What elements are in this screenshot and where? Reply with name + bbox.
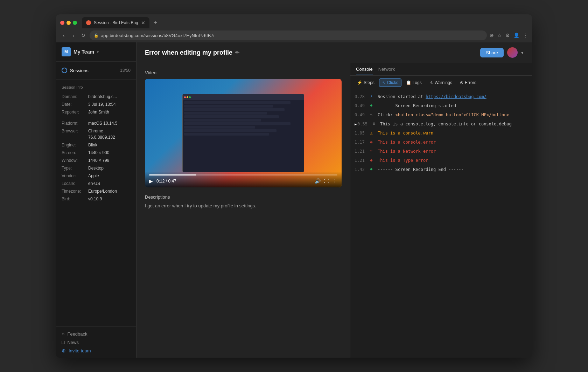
tab-favicon bbox=[86, 20, 91, 25]
header-actions: Share ▾ bbox=[480, 47, 524, 58]
inner-screen-rows bbox=[183, 100, 304, 172]
video-player[interactable]: ▶ 0:12 / 0:47 🔊 ⛶ ⋮ bbox=[145, 79, 342, 187]
log-entry: 1.21 ⊗ This is a Type error bbox=[350, 156, 532, 165]
sidebar: M My Team ▾ Sessions 13/50 Session Info … bbox=[56, 42, 136, 358]
user-avatar[interactable] bbox=[507, 47, 518, 58]
page-title-text: Error when editing my profile bbox=[145, 49, 232, 56]
info-row-screen: Screen: 1440 × 900 bbox=[62, 150, 131, 156]
log-time: ▶0.55 bbox=[355, 121, 368, 127]
sidebar-header[interactable]: M My Team ▾ bbox=[56, 42, 136, 62]
inner-browser-bar bbox=[183, 94, 304, 100]
edit-title-icon[interactable]: ✏ bbox=[235, 50, 239, 55]
console-tabs: Console Network bbox=[350, 63, 532, 76]
info-value-bird: v0.10.9 bbox=[88, 196, 102, 202]
profile-icon[interactable]: 👤 bbox=[513, 33, 519, 38]
log-entry: 1.17 ⊗ This is a console.error bbox=[350, 138, 532, 147]
log-entry: 1.05 ⚠ This is a console.warn bbox=[350, 129, 532, 138]
network-error-icon: ↔ bbox=[369, 148, 374, 154]
log-entries: 0.28 ⚡ Session started at https://birdea… bbox=[350, 90, 532, 358]
filter-errors[interactable]: ⊗ Errors bbox=[457, 78, 479, 87]
tab-network[interactable]: Network bbox=[378, 67, 395, 75]
sidebar-nav: Sessions 13/50 bbox=[56, 62, 136, 79]
feedback-item[interactable]: ○ Feedback bbox=[62, 331, 131, 337]
browser-tab[interactable]: Session - Bird Eats Bug ✕ bbox=[82, 17, 149, 28]
total-time: 0:47 bbox=[168, 179, 176, 184]
fullscreen-button[interactable]: ⛶ bbox=[324, 178, 329, 184]
close-window-button[interactable] bbox=[60, 21, 64, 25]
maximize-window-button[interactable] bbox=[73, 21, 77, 25]
log-entry: 0.49 ● ------ Screen Recording started -… bbox=[350, 101, 532, 110]
info-row-platform: Platform: macOS 10.14.5 bbox=[62, 120, 131, 126]
extensions-icon[interactable]: ⚙ bbox=[505, 33, 510, 38]
log-time: 0.28 bbox=[355, 94, 365, 100]
log-entry-current: ▶0.55 ⊡ This is a console.log, console.i… bbox=[350, 119, 532, 129]
log-entry: 1.42 ● ------ Screen Recording End -----… bbox=[350, 165, 532, 174]
log-time: 1.21 bbox=[355, 157, 365, 164]
log-text: This is a console.log, console.info or c… bbox=[380, 121, 528, 127]
app-layout: M My Team ▾ Sessions 13/50 Session Info … bbox=[56, 42, 532, 358]
filter-warnings[interactable]: ⚠ Warnings bbox=[426, 78, 455, 87]
log-time: 0.49 bbox=[355, 103, 365, 109]
steps-label: Steps bbox=[364, 80, 374, 85]
info-row-bird: Bird: v0.10.9 bbox=[62, 196, 131, 202]
news-item[interactable]: □ News bbox=[62, 339, 131, 345]
info-row-browser: Browser: Chrome 76.0.3809.132 bbox=[62, 128, 131, 140]
progress-bar[interactable] bbox=[149, 174, 337, 175]
errors-icon: ⊗ bbox=[460, 80, 463, 85]
info-label-platform: Platform: bbox=[62, 120, 86, 126]
info-value-timezone: Europe/London bbox=[88, 188, 117, 194]
main-header: Error when editing my profile ✏ Share ▾ bbox=[136, 42, 532, 63]
news-label: News bbox=[67, 340, 79, 345]
minimize-window-button[interactable] bbox=[66, 21, 71, 25]
browser-actions: ⊕ ☆ ⚙ 👤 ⋮ bbox=[490, 33, 528, 38]
filter-clicks[interactable]: ↖ Clicks bbox=[379, 78, 401, 87]
main-content: Error when editing my profile ✏ Share ▾ … bbox=[136, 42, 532, 358]
filter-steps[interactable]: ⚡ Steps bbox=[354, 78, 378, 87]
info-row-reporter: Reporter: John Smith bbox=[62, 109, 131, 115]
bookmark-icon[interactable]: ☆ bbox=[497, 33, 502, 38]
forward-button[interactable]: › bbox=[70, 33, 77, 38]
recording-start-icon: ● bbox=[369, 103, 374, 108]
log-time: 1.05 bbox=[355, 130, 365, 136]
tab-close-button[interactable]: ✕ bbox=[141, 20, 145, 26]
session-link[interactable]: https://birdeatsbug.com/ bbox=[426, 94, 486, 99]
log-text-network: This is a Network error bbox=[378, 148, 528, 154]
more-options-button[interactable]: ⋮ bbox=[332, 178, 337, 184]
video-section-label: Video bbox=[145, 70, 342, 75]
play-button[interactable]: ▶ bbox=[149, 178, 153, 184]
chevron-down-icon: ▾ bbox=[97, 50, 99, 54]
tab-console[interactable]: Console bbox=[356, 67, 373, 75]
info-value-vendor: Apple bbox=[88, 173, 99, 179]
url-bar[interactable]: 🔒 app.birdeatsbug.com/sessions/b8VG4oxt7… bbox=[90, 30, 487, 40]
team-name: My Team bbox=[74, 49, 94, 55]
info-label-vendor: Vendor: bbox=[62, 173, 86, 179]
sidebar-item-sessions[interactable]: Sessions 13/50 bbox=[56, 65, 136, 76]
time-display: 0:12 / 0:47 bbox=[156, 179, 311, 184]
refresh-button[interactable]: ↻ bbox=[80, 33, 87, 38]
new-tab-button[interactable]: + bbox=[151, 19, 160, 27]
warnings-icon: ⚠ bbox=[429, 80, 433, 85]
info-value-locale: en-US bbox=[88, 180, 100, 187]
info-label-browser: Browser: bbox=[62, 128, 86, 140]
info-value-screen: 1440 × 900 bbox=[88, 150, 109, 156]
invite-team-item[interactable]: ⊕ Invite team bbox=[62, 348, 131, 353]
info-value-engine: Blink bbox=[88, 142, 97, 148]
menu-icon[interactable]: ⋮ bbox=[523, 33, 528, 38]
news-icon: □ bbox=[62, 339, 64, 345]
log-entry: 0.49 ↖ Click: <button class="demo-button… bbox=[350, 110, 532, 119]
tab-title: Session - Bird Eats Bug bbox=[94, 20, 138, 25]
cast-icon[interactable]: ⊕ bbox=[490, 33, 494, 38]
errors-label: Errors bbox=[465, 80, 476, 85]
filter-logs[interactable]: 📋 Logs bbox=[403, 78, 425, 87]
info-label-reporter: Reporter: bbox=[62, 109, 86, 115]
info-value-window: 1440 × 798 bbox=[88, 157, 109, 164]
url-text: app.birdeatsbug.com/sessions/b8VG4oxt7Ey… bbox=[101, 33, 214, 38]
invite-label: Invite team bbox=[69, 348, 91, 353]
user-dropdown-icon[interactable]: ▾ bbox=[521, 50, 524, 55]
video-inner-screen bbox=[182, 94, 304, 172]
info-label-screen: Screen: bbox=[62, 150, 86, 156]
share-button[interactable]: Share bbox=[480, 48, 504, 57]
volume-button[interactable]: 🔊 bbox=[315, 178, 321, 184]
back-button[interactable]: ‹ bbox=[60, 33, 67, 38]
sessions-label: Sessions bbox=[70, 68, 89, 73]
